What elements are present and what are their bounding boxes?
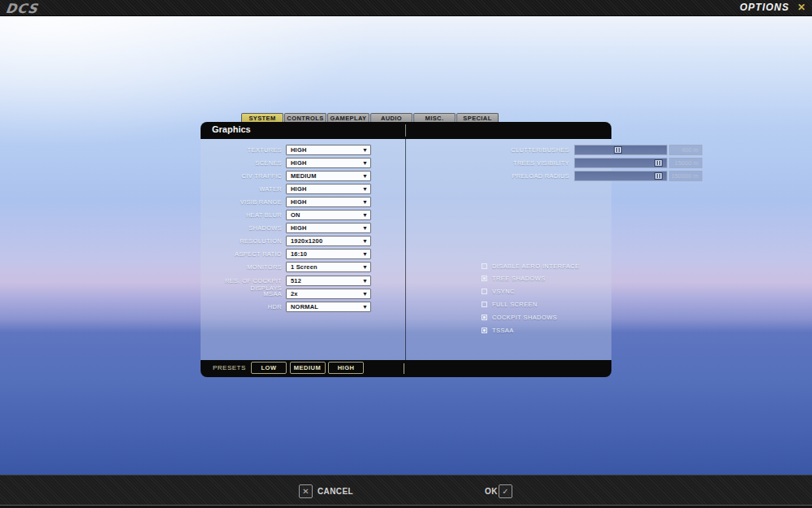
close-icon[interactable]: ✕ (797, 2, 806, 13)
dropdown-label: ASPECT RATIO (203, 250, 282, 258)
chevron-down-icon: ▼ (362, 237, 368, 246)
panel-title-bar: Graphics (201, 122, 611, 139)
slider-track[interactable] (574, 171, 667, 181)
slider-handle-icon[interactable] (654, 159, 663, 167)
dropdown-value: HIGH (291, 146, 307, 154)
dropdown-label: MONITORS (203, 263, 282, 271)
checkbox-icon[interactable] (482, 328, 487, 333)
dropdown-select[interactable]: HIGH ▼ (286, 197, 371, 207)
dropdown-value: 1 Screen (291, 263, 317, 271)
content-divider (405, 139, 406, 360)
dropdown-select[interactable]: HIGH ▼ (286, 184, 371, 194)
checkbox-vsync[interactable]: VSYNC (482, 285, 515, 298)
preset-button-high[interactable]: HIGH (328, 362, 364, 374)
dropdown-select[interactable]: HIGH ▼ (286, 223, 371, 233)
slider-value: 15000 m (669, 158, 702, 168)
dropdown-label: HEAT BLUR (203, 211, 282, 219)
slider-label: CLUTTER/BUSHES (473, 146, 569, 154)
dropdown-value: 2x (291, 290, 298, 297)
dropdown-value: HIGH (291, 198, 307, 206)
dropdown-value: 512 (291, 277, 301, 284)
checkbox-label: FULL SCREEN (492, 301, 538, 308)
checkbox-label: TSSAA (492, 327, 514, 334)
titlebar-divider (405, 124, 406, 137)
dropdown-value: MEDIUM (291, 172, 317, 180)
dropdown-label: CIV TRAFFIC (203, 172, 282, 180)
chevron-down-icon: ▼ (362, 250, 368, 259)
presets-divider (404, 363, 404, 374)
dropdown-select[interactable]: MEDIUM ▼ (286, 171, 371, 181)
dropdown-select[interactable]: 512 ▼ (286, 276, 371, 286)
cancel-button[interactable]: CANCEL (317, 487, 353, 496)
graphics-panel: Graphics TEXTURES HIGH ▼ SCENES HIGH ▼ C… (201, 122, 611, 377)
checkbox-disable-aero-interface[interactable]: DISABLE AERO INTERFACE (482, 259, 580, 272)
checkbox-label: TREE SHADOWS (492, 275, 546, 282)
dcs-logo: DCS (5, 1, 40, 16)
chevron-down-icon: ▼ (362, 158, 368, 168)
dropdown-label: VISIB RANGE (203, 198, 282, 206)
ok-icon[interactable]: ✓ (499, 484, 512, 498)
chevron-down-icon: ▼ (362, 276, 368, 286)
slider-value: 150000 m (669, 171, 702, 181)
checkbox-icon[interactable] (482, 302, 487, 307)
dropdown-label: WATER (203, 185, 282, 193)
slider-label: PRELOAD RADIUS (473, 172, 569, 180)
checkbox-icon[interactable] (482, 263, 487, 269)
dropdown-label: SCENES (203, 159, 282, 167)
slider-handle-icon[interactable] (614, 146, 622, 154)
dcs-options-screen: DCS OPTIONS ✕ SYSTEMCONTROLSGAMEPLAYAUDI… (0, 0, 812, 508)
chevron-down-icon: ▼ (362, 198, 368, 207)
dropdown-select[interactable]: HIGH ▼ (286, 158, 371, 168)
dropdown-select[interactable]: ON ▼ (286, 210, 371, 220)
checkbox-label: DISABLE AERO INTERFACE (492, 263, 580, 270)
cancel-icon[interactable]: ✕ (299, 484, 313, 498)
presets-bar: PRESETS LOWMEDIUMHIGH (201, 360, 611, 377)
chevron-down-icon: ▼ (362, 263, 368, 272)
slider-value: 400 m (669, 145, 702, 155)
dropdown-label: RESOLUTION (203, 237, 282, 245)
chevron-down-icon: ▼ (362, 145, 368, 155)
footer-bar: ✕ CANCEL OK ✓ (0, 475, 812, 508)
checkbox-cockpit-shadows[interactable]: COCKPIT SHADOWS (482, 311, 557, 324)
options-window-title: OPTIONS (740, 2, 789, 13)
checkbox-tssaa[interactable]: TSSAA (482, 324, 514, 337)
slider-label: TREES VISIBILITY (473, 159, 569, 167)
chevron-down-icon: ▼ (362, 172, 368, 181)
dropdown-label: TEXTURES (203, 146, 282, 154)
dropdown-select[interactable]: 1920x1200 ▼ (286, 236, 371, 246)
ok-button[interactable]: OK (485, 487, 498, 496)
checkbox-icon[interactable] (482, 315, 487, 320)
dropdown-select[interactable]: 16:10 ▼ (286, 249, 371, 259)
slider-track[interactable] (574, 158, 667, 168)
slider-track[interactable] (574, 145, 667, 155)
panel-title: Graphics (212, 124, 251, 134)
dropdown-value: HIGH (291, 224, 307, 232)
chevron-down-icon: ▼ (362, 224, 368, 233)
chevron-down-icon: ▼ (362, 185, 368, 194)
dropdown-select[interactable]: HIGH ▼ (286, 145, 371, 155)
presets-label: PRESETS (213, 364, 246, 371)
chevron-down-icon: ▼ (362, 289, 368, 299)
chevron-down-icon: ▼ (362, 211, 368, 220)
dropdown-label: SHADOWS (203, 224, 282, 232)
chevron-down-icon: ▼ (362, 302, 368, 312)
dropdown-select[interactable]: 2x ▼ (286, 289, 371, 299)
dropdown-value: NORMAL (291, 303, 318, 310)
dropdown-value: HIGH (291, 185, 307, 193)
dropdown-label: HDR (203, 303, 282, 310)
checkbox-icon[interactable] (482, 276, 487, 281)
slider-handle-icon[interactable] (654, 172, 663, 180)
dropdown-value: ON (291, 211, 300, 219)
dropdown-label: MSAA (203, 290, 282, 297)
title-bar: DCS OPTIONS ✕ (0, 0, 812, 16)
checkbox-label: COCKPIT SHADOWS (492, 314, 557, 321)
preset-button-low[interactable]: LOW (251, 362, 287, 374)
dropdown-value: 1920x1200 (291, 237, 322, 245)
preset-button-medium[interactable]: MEDIUM (290, 362, 326, 374)
checkbox-icon[interactable] (482, 289, 487, 294)
dropdown-select[interactable]: NORMAL ▼ (286, 302, 371, 312)
dropdown-value: 16:10 (291, 250, 307, 258)
checkbox-full-screen[interactable]: FULL SCREEN (482, 298, 538, 311)
checkbox-tree-shadows[interactable]: TREE SHADOWS (482, 272, 546, 285)
dropdown-select[interactable]: 1 Screen ▼ (286, 262, 371, 272)
